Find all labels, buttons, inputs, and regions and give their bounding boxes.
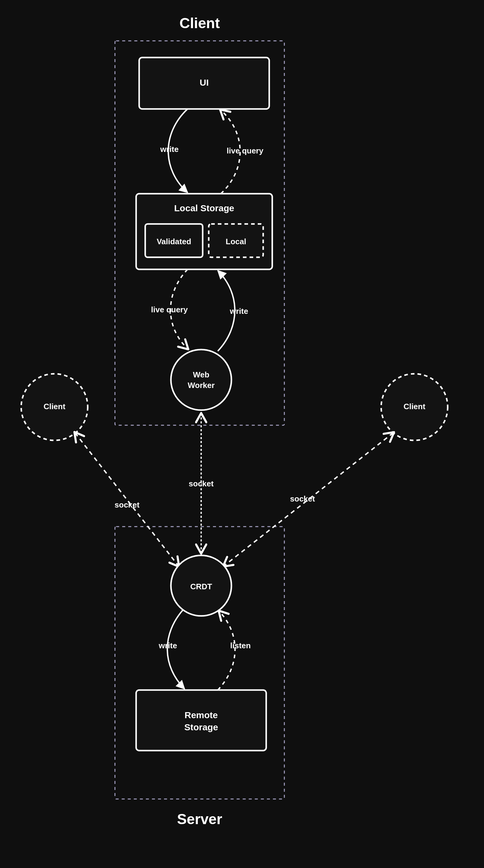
edge-label-livequery-2: live query [151, 305, 188, 314]
remote-storage-label-1: Remote [185, 710, 218, 720]
client-right-label: Client [404, 402, 426, 411]
edge-label-listen: listen [230, 641, 251, 650]
edge-remotestorage-to-crdt [218, 611, 235, 690]
client-left-label: Client [43, 402, 66, 411]
edge-label-socket-mid: socket [189, 479, 214, 488]
validated-label: Validated [157, 237, 191, 246]
web-worker-node [171, 349, 231, 410]
edge-label-socket-left: socket [115, 500, 140, 509]
edge-label-write-1: write [160, 145, 179, 154]
client-title: Client [180, 15, 220, 31]
local-storage-label: Local Storage [174, 203, 234, 213]
remote-storage-box [136, 690, 266, 751]
edge-client-left-to-crdt [75, 433, 179, 566]
crdt-label: CRDT [190, 582, 212, 591]
web-worker-label-2: Worker [188, 381, 215, 390]
architecture-diagram: Client Server UI write live query Local … [0, 0, 484, 868]
edge-label-socket-right: socket [290, 494, 315, 503]
edge-label-livequery-1: live query [227, 146, 263, 155]
web-worker-label-1: Web [193, 370, 209, 379]
remote-storage-label-2: Storage [184, 722, 218, 732]
server-title: Server [177, 811, 222, 827]
ui-label: UI [200, 78, 209, 88]
local-label: Local [226, 237, 246, 246]
edge-label-write-3: write [159, 641, 177, 650]
edge-label-write-2: write [230, 307, 248, 316]
